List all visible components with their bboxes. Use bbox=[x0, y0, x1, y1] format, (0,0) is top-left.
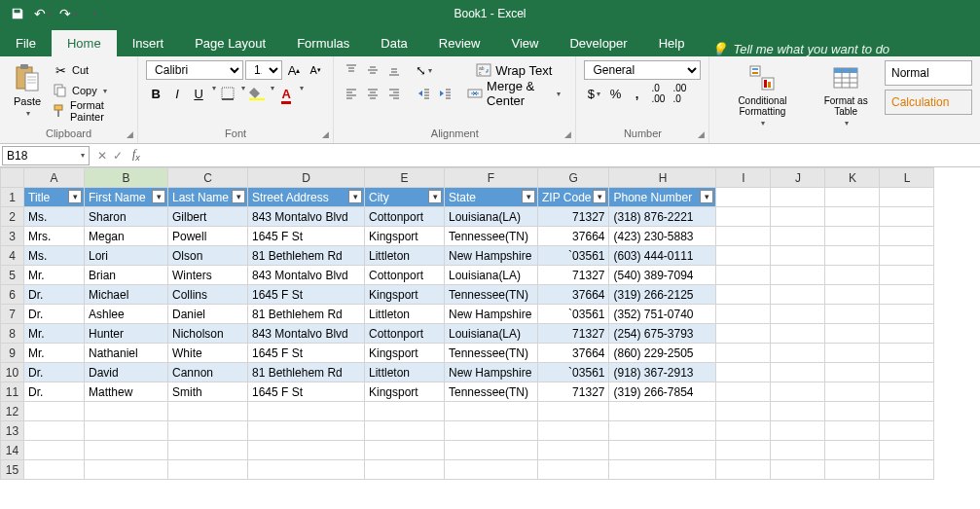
cell[interactable]: Megan bbox=[85, 227, 168, 246]
cell[interactable]: Matthew bbox=[85, 382, 168, 402]
chevron-down-icon[interactable]: ▾ bbox=[271, 84, 274, 103]
underline-button[interactable]: U bbox=[189, 84, 208, 103]
increase-indent-button[interactable] bbox=[435, 84, 454, 103]
name-box[interactable]: B18 ▾ bbox=[2, 146, 90, 165]
cell[interactable] bbox=[365, 402, 445, 421]
percent-format-button[interactable]: % bbox=[605, 84, 625, 103]
cell[interactable]: Tennessee(TN) bbox=[445, 344, 538, 363]
tab-review[interactable]: Review bbox=[423, 30, 496, 56]
cell[interactable]: Brian bbox=[85, 266, 168, 285]
cell[interactable] bbox=[825, 382, 880, 402]
cell[interactable] bbox=[716, 207, 771, 227]
accounting-format-button[interactable]: $▾ bbox=[584, 84, 603, 103]
row-header[interactable]: 8 bbox=[1, 324, 24, 344]
cell[interactable] bbox=[248, 421, 365, 441]
cell[interactable] bbox=[880, 460, 934, 480]
cell[interactable]: Mr. bbox=[24, 324, 85, 344]
cell[interactable]: Hunter bbox=[85, 324, 168, 344]
cell[interactable]: Nicholson bbox=[168, 324, 248, 344]
cell[interactable]: Tennessee(TN) bbox=[445, 285, 538, 305]
column-header[interactable]: A bbox=[24, 168, 85, 188]
cell[interactable] bbox=[716, 363, 771, 382]
cell[interactable]: Nathaniel bbox=[85, 344, 168, 363]
cell[interactable] bbox=[24, 421, 85, 441]
row-header[interactable]: 4 bbox=[1, 246, 24, 266]
cell[interactable]: (319) 266-2125 bbox=[609, 285, 716, 305]
cell[interactable]: Dr. bbox=[24, 363, 85, 382]
tab-page-layout[interactable]: Page Layout bbox=[179, 30, 281, 56]
row-header[interactable]: 12 bbox=[1, 402, 24, 421]
cell[interactable] bbox=[825, 402, 880, 421]
cell-style-normal[interactable]: Normal bbox=[885, 60, 972, 86]
italic-button[interactable]: I bbox=[167, 84, 187, 103]
cell[interactable]: Mrs. bbox=[24, 227, 85, 246]
cell[interactable]: (319) 266-7854 bbox=[609, 382, 716, 402]
cell[interactable] bbox=[85, 441, 168, 460]
increase-font-button[interactable]: A▴ bbox=[284, 60, 304, 80]
tab-file[interactable]: File bbox=[0, 30, 52, 56]
row-header[interactable]: 11 bbox=[1, 382, 24, 402]
cell[interactable]: 71327 bbox=[538, 207, 609, 227]
cell[interactable] bbox=[716, 402, 771, 421]
cell[interactable]: `03561 bbox=[538, 305, 609, 324]
cell[interactable]: `03561 bbox=[538, 363, 609, 382]
borders-button[interactable] bbox=[218, 84, 237, 103]
chevron-down-icon[interactable]: ▾ bbox=[212, 84, 216, 103]
font-color-button[interactable]: A bbox=[276, 84, 296, 103]
cell[interactable]: Dr. bbox=[24, 382, 85, 402]
font-name-select[interactable]: Calibri bbox=[146, 60, 243, 80]
column-header[interactable]: L bbox=[880, 168, 934, 188]
cell[interactable]: 37664 bbox=[538, 344, 609, 363]
cell[interactable] bbox=[771, 305, 825, 324]
cell[interactable] bbox=[880, 441, 934, 460]
select-all-button[interactable] bbox=[1, 168, 24, 188]
decrease-font-button[interactable]: A▾ bbox=[306, 60, 325, 80]
row-header[interactable]: 3 bbox=[1, 227, 24, 246]
row-header[interactable]: 15 bbox=[1, 460, 24, 480]
cell[interactable] bbox=[771, 344, 825, 363]
dialog-launcher-icon[interactable]: ◢ bbox=[124, 129, 135, 141]
cell[interactable]: Cottonport bbox=[365, 324, 445, 344]
cell[interactable] bbox=[445, 402, 538, 421]
wrap-text-button[interactable]: abc Wrap Text bbox=[460, 60, 567, 80]
cell[interactable]: 37664 bbox=[538, 227, 609, 246]
cell[interactable] bbox=[716, 344, 771, 363]
formula-input[interactable] bbox=[144, 147, 980, 164]
cell[interactable]: Daniel bbox=[168, 305, 248, 324]
filter-dropdown-icon[interactable]: ▾ bbox=[232, 190, 245, 203]
cell[interactable]: 843 Montalvo Blvd bbox=[248, 324, 365, 344]
cell[interactable] bbox=[609, 441, 716, 460]
cell[interactable] bbox=[168, 421, 248, 441]
format-painter-button[interactable]: Format Painter bbox=[53, 101, 129, 121]
table-column-header[interactable]: City▾ bbox=[365, 188, 445, 207]
table-column-header[interactable]: First Name▾ bbox=[85, 188, 168, 207]
row-header[interactable]: 2 bbox=[1, 207, 24, 227]
cell[interactable]: Cottonport bbox=[365, 266, 445, 285]
cell[interactable] bbox=[445, 441, 538, 460]
cell[interactable] bbox=[24, 460, 85, 480]
bold-button[interactable]: B bbox=[146, 84, 165, 103]
cell[interactable] bbox=[825, 285, 880, 305]
cell[interactable] bbox=[609, 421, 716, 441]
cell[interactable] bbox=[771, 324, 825, 344]
filter-dropdown-icon[interactable]: ▾ bbox=[348, 190, 362, 203]
filter-dropdown-icon[interactable]: ▾ bbox=[68, 190, 82, 203]
column-header[interactable]: D bbox=[248, 168, 365, 188]
cell[interactable]: 1645 F St bbox=[248, 382, 365, 402]
cell[interactable]: 71327 bbox=[538, 324, 609, 344]
filter-dropdown-icon[interactable]: ▾ bbox=[700, 190, 713, 203]
row-header[interactable]: 1 bbox=[1, 188, 24, 207]
cell[interactable]: Smith bbox=[168, 382, 248, 402]
cell[interactable] bbox=[771, 421, 825, 441]
cell[interactable] bbox=[771, 402, 825, 421]
cell[interactable] bbox=[825, 421, 880, 441]
column-header[interactable]: G bbox=[538, 168, 609, 188]
cell[interactable] bbox=[365, 441, 445, 460]
fill-color-button[interactable] bbox=[247, 84, 267, 103]
cell[interactable]: Cannon bbox=[168, 363, 248, 382]
cell[interactable] bbox=[716, 266, 771, 285]
cell[interactable]: Littleton bbox=[365, 246, 445, 266]
cell[interactable] bbox=[880, 382, 934, 402]
cell[interactable] bbox=[880, 324, 934, 344]
copy-button[interactable]: Copy ▾ bbox=[53, 81, 129, 100]
